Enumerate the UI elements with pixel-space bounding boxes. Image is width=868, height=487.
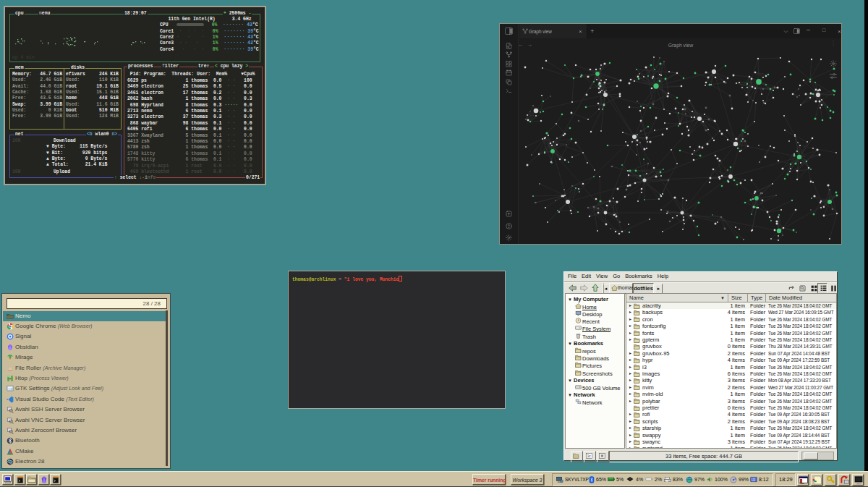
svg-text:1c: 1c	[587, 454, 592, 458]
